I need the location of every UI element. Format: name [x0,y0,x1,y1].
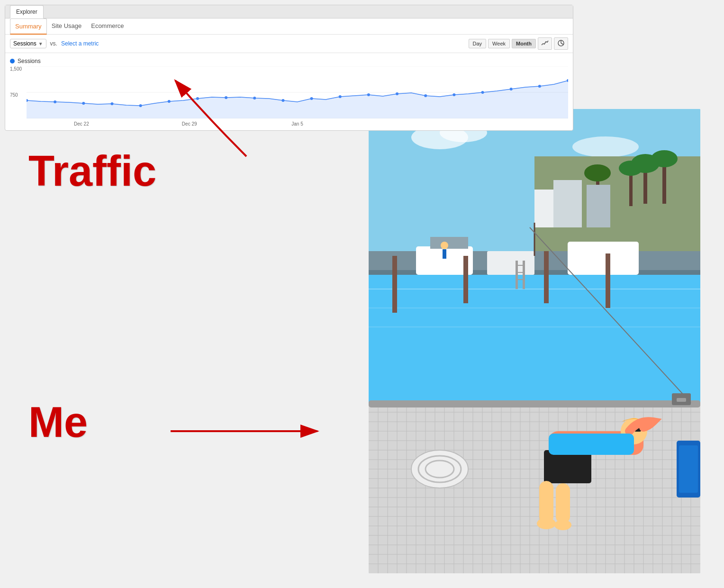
photo-container [369,109,700,573]
marina-svg [369,109,700,573]
svg-point-17 [339,95,342,98]
x-label-empty1 [351,121,459,127]
chart-svg-wrapper: Dec 22 Dec 29 Jan 5 [27,66,568,128]
svg-point-22 [481,91,484,94]
svg-point-8 [82,102,85,105]
chart-legend: Sessions [10,58,568,64]
svg-point-10 [139,104,142,107]
analytics-panel: Explorer Summary Site Usage Ecommerce Se… [5,5,573,131]
svg-rect-35 [629,171,633,206]
sessions-dropdown[interactable]: Sessions ▼ [10,39,46,48]
svg-rect-55 [544,251,549,303]
traffic-annotation: Traffic [28,147,156,196]
svg-rect-128 [556,483,570,524]
svg-rect-127 [539,481,553,524]
svg-line-2 [561,43,563,45]
svg-point-34 [651,150,678,167]
y-label-750: 750 [10,92,22,98]
me-annotation: Me [28,398,88,447]
svg-point-18 [367,93,370,96]
me-arrow [166,422,322,441]
svg-point-23 [510,88,513,90]
x-label-dec22: Dec 22 [27,121,136,127]
y-axis: 1,500 750 [10,66,22,128]
week-button[interactable]: Week [488,39,510,48]
pie-chart-icon [557,39,565,47]
svg-rect-56 [606,253,610,308]
day-button[interactable]: Day [469,39,487,48]
svg-point-9 [110,102,113,105]
svg-rect-49 [430,237,468,249]
svg-point-62 [441,242,448,249]
chart-container: 1,500 750 [10,66,568,128]
dropdown-arrow: ▼ [38,41,43,46]
legend-dot [10,59,15,63]
svg-point-130 [554,520,571,530]
x-label-empty2 [459,121,567,127]
svg-point-29 [572,136,639,157]
svg-point-36 [619,161,643,176]
svg-rect-54 [463,256,468,303]
svg-point-16 [310,97,313,100]
select-metric[interactable]: Select a metric [61,40,99,47]
svg-rect-53 [392,256,397,313]
x-axis: Dec 22 Dec 29 Jan 5 [27,121,568,127]
svg-rect-44 [369,275,700,407]
vs-text: vs. [50,40,57,47]
svg-rect-39 [553,180,582,227]
chart-area: Sessions 1,500 750 [5,53,573,130]
controls-row: Sessions ▼ vs. Select a metric Day Week … [5,35,573,53]
svg-rect-116 [369,400,700,407]
tab-explorer[interactable]: Explorer [10,5,44,18]
svg-rect-63 [443,249,446,259]
svg-rect-51 [568,242,639,275]
svg-point-15 [281,99,284,102]
pie-chart-button[interactable] [554,37,568,50]
svg-point-129 [537,518,556,529]
svg-rect-133 [677,398,686,402]
time-buttons-group: Day Week Month [469,37,568,50]
line-chart-icon [541,39,549,47]
tab-bar: Explorer [5,5,573,18]
svg-rect-135 [679,445,698,493]
svg-rect-126 [544,450,591,483]
traffic-arrow [161,71,256,166]
svg-rect-40 [587,185,610,227]
line-chart-svg [27,66,568,118]
line-chart-button[interactable] [538,37,552,50]
month-button[interactable]: Month [512,39,536,48]
tab-explorer-label: Explorer [16,9,37,15]
tab-site-usage[interactable]: Site Usage [47,18,87,35]
tab-ecommerce[interactable]: Ecommerce [86,18,128,35]
svg-point-7 [54,100,56,103]
sessions-label: Sessions [13,40,36,47]
svg-rect-131 [549,434,634,455]
svg-rect-50 [487,251,534,275]
y-label-1500: 1,500 [10,66,22,72]
svg-rect-41 [534,190,553,227]
legend-label: Sessions [18,58,41,64]
x-label-jan5: Jan 5 [244,121,352,127]
tab-summary[interactable]: Summary [10,18,47,35]
svg-point-20 [424,94,427,97]
svg-point-24 [538,85,541,88]
svg-point-21 [452,93,455,96]
svg-point-19 [396,92,398,95]
svg-rect-33 [662,161,666,204]
svg-point-38 [584,164,611,181]
